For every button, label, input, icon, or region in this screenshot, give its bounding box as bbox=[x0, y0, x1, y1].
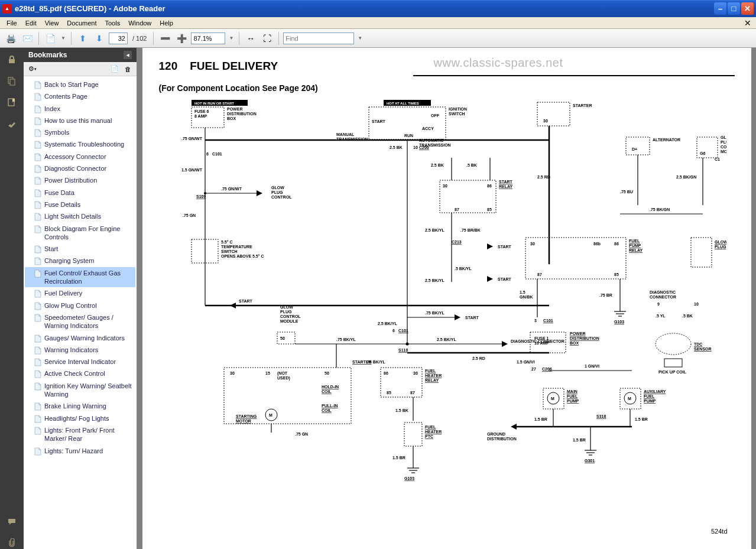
bookmark-page-icon bbox=[34, 334, 41, 342]
bookmark-page-icon bbox=[34, 117, 41, 124]
bookmark-item[interactable]: Symbols bbox=[25, 126, 135, 138]
bookmark-item[interactable]: Diagnostic Connector bbox=[25, 163, 135, 174]
menu-file[interactable]: File bbox=[2, 18, 21, 28]
bookmark-label: Headlights/ Fog Lights bbox=[44, 414, 133, 423]
print-button[interactable]: 🖨️ bbox=[4, 31, 18, 46]
zoom-input[interactable] bbox=[191, 33, 225, 44]
menubar: File Edit View Document Tools Window Hel… bbox=[0, 17, 756, 29]
fit-width-button[interactable]: ↔ bbox=[244, 31, 258, 46]
bookmark-item[interactable]: Lights: Front Park/ Front Marker/ Rear bbox=[25, 424, 135, 445]
bookmarks-icon[interactable] bbox=[6, 96, 18, 108]
bookmark-item[interactable]: Brake Lining Warning bbox=[25, 400, 135, 412]
bookmark-item[interactable]: Fuel Control/ Exhaust Gas Recirculation bbox=[25, 267, 135, 288]
bookmarks-header: Bookmarks ◂ bbox=[24, 48, 137, 62]
bookmark-page-icon bbox=[34, 177, 41, 184]
email-button[interactable]: ✉️ bbox=[20, 31, 34, 46]
svg-text:.75 BK/YL: .75 BK/YL bbox=[425, 311, 444, 315]
svg-text:1.5 BR: 1.5 BR bbox=[635, 417, 648, 421]
svg-text:(NOTUSED): (NOTUSED) bbox=[277, 371, 290, 381]
svg-text:2.5 BK: 2.5 BK bbox=[390, 145, 403, 150]
menu-help[interactable]: Help bbox=[155, 18, 177, 28]
svg-text:D+: D+ bbox=[632, 147, 637, 151]
svg-text:.75 GN/WT: .75 GN/WT bbox=[221, 187, 242, 191]
bookmark-item[interactable]: Systematic Troubleshooting bbox=[25, 138, 135, 150]
minimize-button[interactable]: – bbox=[714, 2, 726, 15]
menu-window[interactable]: Window bbox=[124, 18, 155, 28]
bookmark-item[interactable]: Gauges/ Warning Indicators bbox=[25, 332, 135, 344]
bookmark-item[interactable]: Light Switch Details bbox=[25, 210, 135, 222]
chevron-down-icon[interactable]: ▼ bbox=[60, 35, 67, 41]
bookmarks-list[interactable]: Back to Start PageContents PageIndexHow … bbox=[24, 76, 137, 549]
document-viewer[interactable]: www.classic-spares.net 120 FUEL DELIVERY… bbox=[137, 48, 756, 549]
svg-text:86: 86 bbox=[614, 242, 619, 246]
pages-icon[interactable] bbox=[6, 75, 18, 87]
lock-icon[interactable] bbox=[6, 54, 18, 66]
bookmark-page-icon bbox=[34, 245, 41, 252]
bookmark-page-icon bbox=[34, 201, 41, 208]
svg-text:C101: C101 bbox=[543, 319, 553, 323]
svg-text:GROUNDDISTRIBUTION: GROUNDDISTRIBUTION bbox=[487, 432, 517, 441]
bookmark-label: Index bbox=[44, 105, 133, 113]
bookmarks-delete-button[interactable]: 🗑 bbox=[122, 64, 133, 74]
bookmark-item[interactable]: Speedometer/ Gauges / Warning Indicators bbox=[25, 311, 135, 332]
svg-text:2.5 BK/YL: 2.5 BK/YL bbox=[437, 337, 456, 342]
bookmark-item[interactable]: Active Check Control bbox=[25, 368, 135, 379]
bookmark-item[interactable]: How to use this manual bbox=[25, 115, 135, 126]
menu-document[interactable]: Document bbox=[63, 18, 100, 28]
menu-view[interactable]: View bbox=[41, 18, 63, 28]
bookmark-item[interactable]: Headlights/ Fog Lights bbox=[25, 412, 135, 424]
svg-marker-180 bbox=[511, 424, 517, 430]
bookmark-item[interactable]: Contents Page bbox=[25, 90, 135, 102]
maximize-button[interactable]: □ bbox=[728, 2, 740, 15]
svg-text:C101: C101 bbox=[212, 152, 222, 156]
close-button[interactable]: ✕ bbox=[741, 2, 754, 15]
collapse-panel-button[interactable]: ◂ bbox=[124, 51, 132, 59]
menu-edit[interactable]: Edit bbox=[21, 18, 41, 28]
svg-text:2.5 RD: 2.5 RD bbox=[472, 356, 485, 360]
page-down-button[interactable]: ⬇ bbox=[92, 31, 106, 46]
signatures-icon[interactable] bbox=[6, 118, 18, 129]
fit-page-button[interactable]: ⛶ bbox=[260, 31, 274, 46]
page-up-button[interactable]: ⬆ bbox=[76, 31, 90, 46]
find-input[interactable] bbox=[283, 33, 354, 44]
attachments-icon[interactable] bbox=[6, 537, 18, 549]
zoom-in-button[interactable]: ➕ bbox=[174, 31, 189, 46]
bookmark-item[interactable]: Warning Indicators bbox=[25, 344, 135, 356]
pages-button[interactable]: 📄 bbox=[43, 31, 57, 46]
bookmark-item[interactable]: Index bbox=[25, 103, 135, 115]
bookmark-label: How to use this manual bbox=[44, 116, 133, 125]
svg-text:START: START bbox=[372, 119, 386, 124]
bookmark-page-icon bbox=[34, 358, 41, 365]
bookmark-item[interactable]: Back to Start Page bbox=[25, 79, 135, 90]
bookmark-item[interactable]: Fuel Delivery bbox=[25, 287, 135, 299]
zoom-out-button[interactable]: ➖ bbox=[158, 31, 172, 46]
bookmark-item[interactable]: Power Distribution bbox=[25, 174, 135, 186]
bookmark-item[interactable]: Service Interval Indicator bbox=[25, 356, 135, 368]
bookmark-label: Symbols bbox=[44, 128, 133, 137]
toolbar-sep bbox=[239, 32, 239, 45]
bookmark-item[interactable]: Charging System bbox=[25, 255, 135, 267]
bookmark-item[interactable]: Accessory Connector bbox=[25, 151, 135, 163]
bookmark-item[interactable]: Block Diagram For Engine Controls bbox=[25, 223, 135, 243]
bookmark-page-icon bbox=[34, 415, 41, 422]
bookmark-item[interactable]: Glow Plug Control bbox=[25, 300, 135, 311]
page-number-input[interactable] bbox=[109, 33, 128, 44]
svg-text:2.5 BK/YL: 2.5 BK/YL bbox=[378, 321, 397, 326]
bookmark-page-icon bbox=[34, 129, 41, 136]
bookmarks-new-button[interactable]: 📄 bbox=[109, 64, 120, 74]
menu-tools[interactable]: Tools bbox=[101, 18, 125, 28]
bookmark-label: Contents Page bbox=[44, 92, 133, 100]
bookmarks-options-button[interactable]: ⚙▾ bbox=[27, 64, 38, 74]
bookmark-item[interactable]: Lights: Turn/ Hazard bbox=[25, 445, 135, 457]
bookmark-item[interactable]: Fuse Details bbox=[25, 199, 135, 210]
svg-text:POWERDISTRIBUTIONBOX: POWERDISTRIBUTIONBOX bbox=[570, 332, 599, 345]
svg-text:.75 BK/GN: .75 BK/GN bbox=[650, 207, 670, 212]
bookmark-item[interactable]: Ignition Key Warning/ Seatbelt Warning bbox=[25, 380, 135, 401]
chevron-down-icon[interactable]: ▼ bbox=[228, 35, 235, 41]
bookmark-item[interactable]: Start bbox=[25, 243, 135, 255]
comments-icon[interactable] bbox=[6, 516, 18, 528]
svg-text:S110: S110 bbox=[398, 348, 408, 352]
bookmark-item[interactable]: Fuse Data bbox=[25, 187, 135, 199]
chevron-down-icon[interactable]: ▼ bbox=[356, 35, 364, 41]
menu-close-doc[interactable]: ✕ bbox=[742, 18, 754, 28]
